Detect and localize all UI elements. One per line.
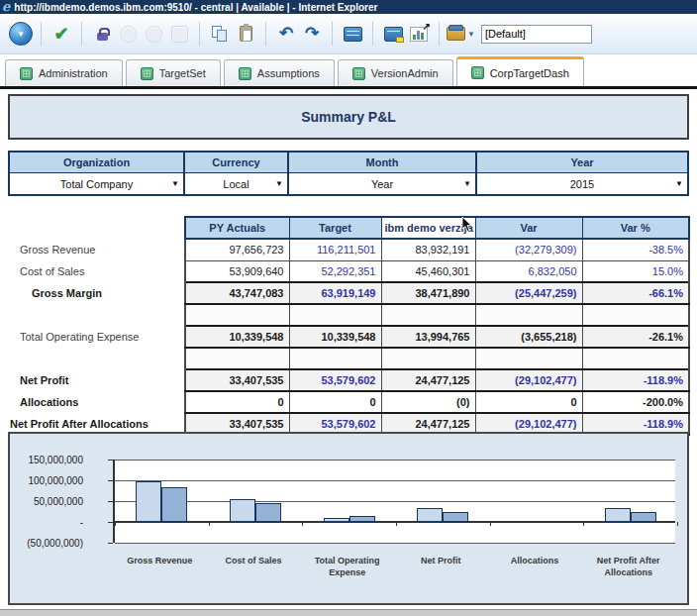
- selector-label: Organization: [10, 153, 183, 173]
- tab-targetset[interactable]: TargetSet: [126, 59, 221, 86]
- pnl-value-cell[interactable]: (29,102,477): [475, 369, 582, 391]
- pnl-value-cell[interactable]: 13,994,765: [381, 326, 475, 348]
- pnl-value-cell[interactable]: 52,292,351: [289, 260, 381, 282]
- pnl-value-cell[interactable]: 83,932,191: [381, 239, 475, 260]
- disabled-circle-icon: [171, 26, 188, 43]
- chart-view-button[interactable]: [406, 21, 432, 47]
- copy-button[interactable]: [207, 21, 233, 47]
- x-axis-tick: [115, 522, 116, 526]
- pnl-empty-cell: [289, 348, 381, 369]
- bar-py-actuals: [605, 508, 631, 522]
- pnl-value-cell[interactable]: 116,211,501: [289, 239, 381, 260]
- pnl-value-cell[interactable]: 0: [289, 391, 381, 413]
- pnl-column-header: Target: [289, 217, 381, 239]
- toolbar-separator: [439, 22, 440, 46]
- page-title-band: Summary P&L: [8, 94, 689, 140]
- row-label: Allocations: [8, 391, 185, 413]
- pnl-value-cell[interactable]: (25,447,259): [475, 282, 582, 304]
- bar-ibm-demo-verzija: [161, 487, 187, 522]
- pnl-spacer-row: [8, 348, 689, 369]
- pnl-chart: 150,000,000100,000,00050,000,000-(50,000…: [8, 432, 689, 605]
- workspace-select-input[interactable]: [481, 25, 592, 44]
- tab-divider: [0, 86, 697, 89]
- pnl-value-cell[interactable]: 97,656,723: [185, 239, 289, 260]
- disabled-button-2[interactable]: [141, 21, 166, 47]
- pnl-value-cell[interactable]: 6,832,050: [475, 260, 582, 282]
- pnl-value-cell[interactable]: (0): [381, 391, 475, 413]
- x-axis-tick: [302, 522, 303, 526]
- pnl-value-cell[interactable]: 43,747,083: [185, 282, 289, 304]
- chart-gridline: [115, 460, 675, 461]
- pnl-value-cell[interactable]: 53,909,640: [185, 260, 289, 282]
- row-label: Net Profit: [8, 369, 185, 391]
- menu-orb-button[interactable]: ▼: [8, 21, 34, 47]
- x-axis-tick: [396, 522, 397, 526]
- disabled-button-3[interactable]: [166, 21, 192, 47]
- month-dropdown[interactable]: Year ▼: [289, 173, 475, 194]
- dropdown-value: Year: [371, 178, 393, 190]
- currency-dropdown[interactable]: Local ▼: [185, 173, 287, 194]
- undo-icon: ↶: [279, 26, 293, 42]
- toolbar-separator: [199, 22, 200, 46]
- selector-organization: Organization Total Company ▼: [10, 153, 185, 194]
- pnl-value-cell[interactable]: 10,339,548: [289, 326, 381, 348]
- y-axis-tick-label: 50,000,000: [0, 496, 83, 507]
- pnl-value-cell[interactable]: -66.1%: [582, 282, 689, 304]
- pnl-value-cell[interactable]: -26.1%: [582, 326, 689, 348]
- pnl-value-cell[interactable]: 15.0%: [582, 260, 689, 282]
- pnl-corner-cell: [8, 217, 185, 239]
- pnl-empty-cell: [185, 348, 289, 369]
- table-row: Net Profit33,407,53553,579,60224,477,125…: [8, 369, 689, 391]
- tab-assumptions[interactable]: Assumptions: [224, 59, 335, 86]
- commit-button[interactable]: ✔: [49, 21, 74, 47]
- pnl-column-header: Var %: [582, 217, 689, 239]
- pnl-value-cell[interactable]: 0: [185, 391, 289, 413]
- dropdown-value: 2015: [570, 178, 594, 190]
- selector-label: Currency: [185, 153, 287, 173]
- pnl-value-cell[interactable]: 63,919,149: [289, 282, 381, 304]
- pnl-empty-cell: [185, 304, 289, 326]
- row-label: [8, 304, 185, 326]
- organization-dropdown[interactable]: Total Company ▼: [10, 173, 183, 194]
- pnl-value-cell[interactable]: 0: [475, 391, 582, 413]
- tab-corptargetdash[interactable]: CorpTargetDash: [456, 56, 584, 86]
- sandbox-panel-button[interactable]: [340, 21, 365, 47]
- grid-icon: [20, 67, 33, 80]
- edit-panel-button[interactable]: [380, 21, 406, 47]
- pnl-value-cell[interactable]: (3,655,218): [475, 326, 582, 348]
- workspace-button[interactable]: ▼: [447, 21, 475, 47]
- chart-gridline: [115, 501, 675, 502]
- bar-py-actuals: [417, 508, 443, 522]
- pnl-value-cell[interactable]: (32,279,309): [475, 239, 582, 260]
- pnl-value-cell[interactable]: 33,407,535: [185, 369, 289, 391]
- tab-label: VersionAdmin: [371, 67, 439, 79]
- paste-icon: [240, 26, 252, 42]
- undo-button[interactable]: ↶: [273, 21, 299, 47]
- tab-label: TargetSet: [159, 67, 206, 79]
- pnl-value-cell[interactable]: 53,579,602: [289, 369, 381, 391]
- pnl-value-cell[interactable]: 45,460,301: [381, 260, 475, 282]
- chevron-down-icon: ▼: [463, 179, 471, 188]
- year-dropdown[interactable]: 2015 ▼: [477, 173, 687, 194]
- table-row: Cost of Sales53,909,64052,292,35145,460,…: [8, 260, 689, 282]
- redo-button[interactable]: ↷: [299, 21, 325, 47]
- pnl-value-cell[interactable]: 24,477,125: [381, 369, 475, 391]
- tab-label: CorpTargetDash: [490, 67, 569, 79]
- pnl-value-cell[interactable]: -118.9%: [582, 369, 689, 391]
- row-label: Gross Revenue: [8, 239, 185, 260]
- toolbar-separator: [81, 22, 82, 46]
- grid-icon: [352, 67, 365, 80]
- tab-versionadmin[interactable]: VersionAdmin: [338, 59, 453, 86]
- row-label: Total Operating Expense: [8, 326, 185, 348]
- paste-button[interactable]: [233, 21, 258, 47]
- disabled-button-1[interactable]: [115, 21, 141, 47]
- tab-administration[interactable]: Administration: [5, 59, 123, 86]
- pnl-column-header: Var: [475, 217, 582, 239]
- y-axis-tick: [108, 460, 113, 461]
- pnl-value-cell[interactable]: 10,339,548: [185, 326, 289, 348]
- pnl-value-cell[interactable]: 38,471,890: [381, 282, 475, 304]
- ownership-lock-button[interactable]: [89, 21, 115, 47]
- pnl-value-cell[interactable]: -38.5%: [582, 239, 689, 260]
- x-axis-tick: [490, 522, 491, 526]
- pnl-value-cell[interactable]: -200.0%: [582, 391, 689, 413]
